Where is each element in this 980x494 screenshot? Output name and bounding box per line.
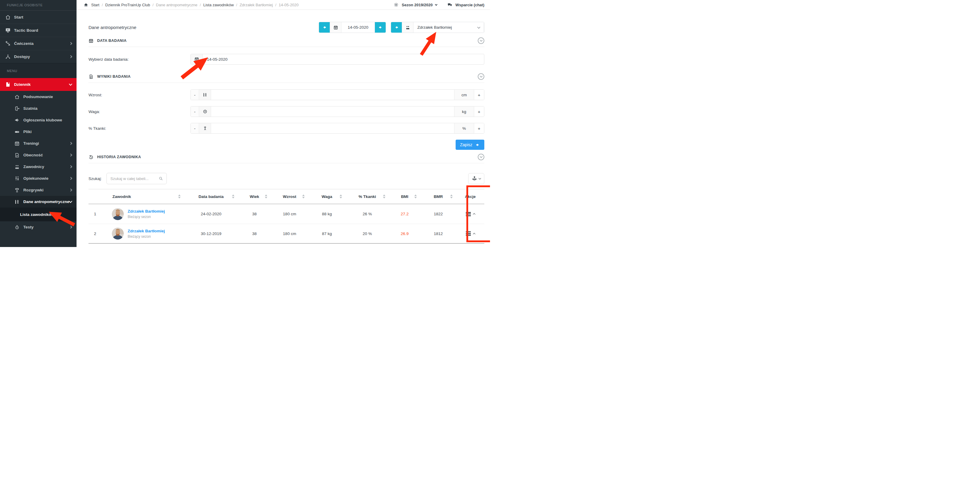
cell-fat: 26 %: [345, 212, 389, 216]
home-icon: [5, 14, 11, 20]
fat-input[interactable]: [211, 123, 454, 133]
sidebar-item-label: Dane antropometryczne: [23, 199, 69, 204]
calendar-icon[interactable]: [191, 54, 203, 64]
menu-icon: [466, 212, 471, 216]
sidebar-item-obecnosc[interactable]: Obecność: [0, 149, 76, 161]
collapse-section-button[interactable]: [478, 73, 484, 80]
breadcrumb-item[interactable]: Start: [91, 3, 99, 7]
avatar[interactable]: [112, 208, 124, 220]
player-name-link[interactable]: Zdrzałek Bartłomiej: [128, 209, 165, 214]
table-header-wiek[interactable]: Wiek: [238, 194, 271, 199]
sidebar-item-start[interactable]: Start: [0, 11, 76, 24]
sidebar-item-lista-zawodnikow[interactable]: Lista zawodników: [0, 207, 76, 221]
stopwatch-icon: [14, 225, 20, 230]
cell-age: 38: [238, 231, 271, 236]
sidebar-item-label: Lista zawodników: [20, 212, 54, 217]
cell-bmr: 1812: [420, 231, 456, 236]
table-header-wzrost[interactable]: Wzrost: [271, 194, 308, 199]
weight-unit: kg: [454, 107, 474, 116]
exam-date-input[interactable]: [203, 57, 484, 62]
section-header-wyniki-badania: WYNIKI BADANIA: [89, 73, 484, 83]
player-select[interactable]: Zdrzałek Bartłomiej: [414, 22, 484, 33]
table-header-bmi[interactable]: BMI: [389, 194, 420, 199]
next-date-button[interactable]: [375, 22, 386, 33]
increment-button[interactable]: +: [474, 123, 484, 133]
prev-player-button[interactable]: [391, 22, 402, 33]
sort-icon: [178, 195, 181, 199]
decrement-button[interactable]: -: [191, 90, 199, 100]
prev-date-button[interactable]: [319, 22, 330, 33]
support-chat-link[interactable]: Wsparcie (chat): [455, 3, 484, 7]
chevron-right-icon: [69, 42, 72, 45]
table-header-data-badania[interactable]: Data badania: [184, 194, 238, 199]
save-button[interactable]: Zapisz: [456, 140, 484, 150]
exam-date-group: [191, 54, 484, 65]
height-field-label: Wzrost:: [89, 93, 191, 97]
sidebar-item-label: Obecność: [23, 153, 43, 157]
sidebar-item-zawodnicy[interactable]: Zawodnicy: [0, 161, 76, 172]
avatar[interactable]: [112, 228, 124, 239]
sidebar-item-label: Dziennik: [14, 82, 31, 87]
sidebar-item-testy[interactable]: Testy: [0, 221, 76, 233]
sidebar-item-rozgrywki[interactable]: Rozgrywki: [0, 184, 76, 196]
chat-icon[interactable]: [447, 2, 453, 8]
section-title: HISTORIA ZAWODNIKA: [97, 155, 141, 159]
sidebar-item-label: Opiekunowie: [23, 176, 48, 181]
sidebar-item-szatnia[interactable]: Szatnia: [0, 103, 76, 114]
home-outline-icon: [14, 94, 20, 100]
decrement-button[interactable]: -: [191, 123, 199, 133]
page-title: Dane antropometryczne: [89, 25, 136, 30]
breadcrumb-item[interactable]: Lista zawodników: [203, 3, 234, 7]
collapse-section-button[interactable]: [478, 154, 484, 160]
cell-fat: 20 %: [345, 231, 389, 236]
decrement-button[interactable]: -: [191, 107, 199, 116]
height-input[interactable]: [211, 90, 454, 100]
height-measure-icon: [14, 199, 20, 204]
weight-field-label: Waga:: [89, 110, 191, 114]
collapse-section-button[interactable]: [478, 37, 484, 44]
home-icon[interactable]: [83, 3, 89, 7]
chevron-up-icon: [473, 213, 475, 215]
sidebar-item-opiekunowie[interactable]: Opiekunowie: [0, 172, 76, 184]
chevron-up-icon: [473, 233, 475, 235]
breadcrumb-item[interactable]: Zdrzałek Bartłomiej: [239, 3, 273, 7]
section-header-data-badania: DATA BADANIA: [89, 37, 484, 47]
sidebar-item-cwiczenia[interactable]: Ćwiczenia: [0, 37, 76, 50]
sidebar-item-label: Zawodnicy: [23, 164, 44, 169]
table-header-tkanki[interactable]: % Tkanki: [345, 194, 389, 199]
sort-icon: [265, 195, 267, 199]
search-input[interactable]: [110, 177, 158, 181]
breadcrumb-item[interactable]: Dziennik ProTrainUp Club: [105, 3, 150, 7]
table-header-waga[interactable]: Waga: [308, 194, 345, 199]
sidebar-item-podsumowanie[interactable]: Podsumowanie: [0, 91, 76, 103]
sidebar-item-dziennik[interactable]: Dziennik: [0, 78, 76, 91]
season-selector[interactable]: Sezon 2019/2020: [402, 3, 433, 7]
sidebar-item-treningi[interactable]: Treningi: [0, 137, 76, 149]
gear-icon[interactable]: [393, 2, 399, 7]
table-header-zawodnik[interactable]: Zawodnik: [102, 194, 184, 199]
sidebar-item-dane-antropometryczne[interactable]: Dane antropometryczne: [0, 196, 76, 207]
attendance-icon: [14, 153, 20, 158]
sidebar-item-tactic-board[interactable]: Tactic Board: [0, 24, 76, 37]
player-name-link[interactable]: Zdrzałek Bartłomiej: [128, 229, 165, 233]
increment-button[interactable]: +: [474, 107, 484, 116]
row-actions-button[interactable]: [456, 212, 484, 216]
sidebar-item-ogloszenia[interactable]: Ogłoszenia klubowe: [0, 114, 76, 126]
row-actions-button[interactable]: [456, 231, 484, 236]
chevron-down-icon: [477, 25, 480, 29]
sidebar-item-dostepy[interactable]: Dostępy: [0, 50, 76, 63]
table-header-bmr[interactable]: BMR: [420, 194, 456, 199]
date-field[interactable]: 14-05-2020: [341, 22, 375, 33]
sidebar-item-label: Rozgrywki: [23, 188, 44, 192]
export-button[interactable]: [468, 173, 484, 184]
increment-button[interactable]: +: [474, 90, 484, 100]
cell-weight: 88 kg: [308, 212, 345, 216]
weight-input[interactable]: [211, 107, 454, 116]
cell-date: 30-12-2019: [184, 231, 238, 236]
calendar-button[interactable]: [330, 22, 341, 33]
sidebar-item-label: Ćwiczenia: [14, 41, 33, 46]
sidebar-item-label: Start: [14, 15, 23, 19]
sidebar-item-pliki[interactable]: Pliki: [0, 126, 76, 137]
megaphone-icon: [14, 118, 20, 123]
breadcrumb-item[interactable]: Dane antropometryczne: [156, 3, 197, 7]
